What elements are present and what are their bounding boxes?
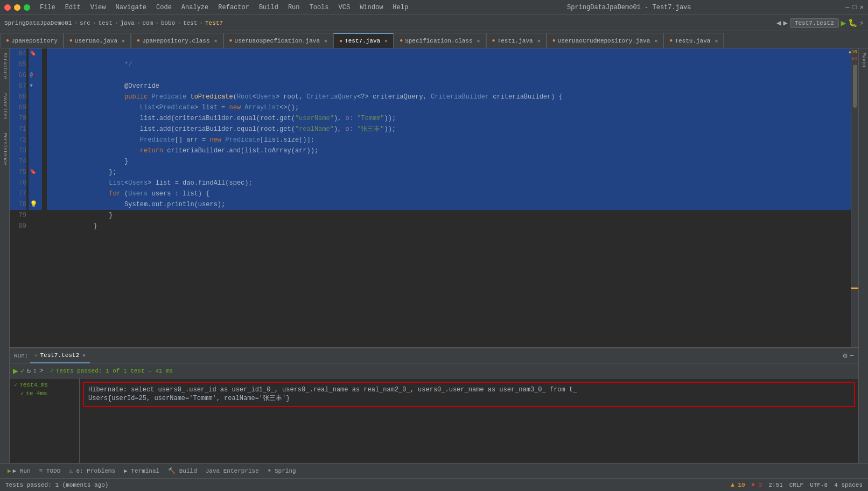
test-pass-icon-2: ✓ xyxy=(20,390,24,397)
tab-icon-jparepositoryclass: ● xyxy=(137,38,140,44)
run-tab-test7[interactable]: ✓ Test7.test2 ✕ xyxy=(30,348,90,363)
nav-src[interactable]: src xyxy=(80,20,90,26)
gutter-80 xyxy=(29,221,42,232)
line-num-71: 71 xyxy=(10,124,26,135)
window-controls[interactable] xyxy=(4,4,30,11)
test-tree-label-2: te 4ms xyxy=(26,390,47,397)
bottom-tab-run[interactable]: ▶ ▶ Run xyxy=(4,466,34,475)
tab-userdaojava[interactable]: ● UserDao.java ✕ xyxy=(64,33,131,48)
error-indicator: ✖3 xyxy=(851,56,857,62)
debug-button[interactable]: 🐛 xyxy=(848,18,857,27)
structure-icon[interactable]: Structure xyxy=(2,53,8,79)
bottom-tab-todo[interactable]: ≡ TODO xyxy=(36,467,64,475)
menu-analyze[interactable]: Analyze xyxy=(177,3,213,12)
run-sort-btn[interactable]: ↕ xyxy=(33,367,37,375)
run-play-btn[interactable]: ▶ xyxy=(13,366,18,376)
close-icon[interactable]: ✕ xyxy=(860,3,864,11)
tab-icon-test6: ● xyxy=(669,38,673,44)
run-expand-btn[interactable]: > xyxy=(39,367,44,375)
menu-run[interactable]: Run xyxy=(284,3,304,12)
bottom-tab-spring[interactable]: ☀ Spring xyxy=(264,466,299,475)
tab-specificationclass[interactable]: ● Specification.class ✕ xyxy=(394,33,486,48)
minimize-button[interactable] xyxy=(14,4,20,11)
run-config-selector[interactable]: Test7.test2 xyxy=(790,18,839,28)
tab-icon-userdaospecification: ● xyxy=(229,38,233,44)
tab-test1[interactable]: ● Test1.java ✕ xyxy=(486,33,547,48)
back-nav-icon[interactable]: ◀ xyxy=(776,18,781,27)
nav-bobo[interactable]: bobo xyxy=(161,20,175,26)
nav-com[interactable]: com xyxy=(142,20,153,26)
menu-help[interactable]: Help xyxy=(388,3,412,12)
gutter: 64 65 66 67 68 69 70 71 72 73 74 75 76 7… xyxy=(10,48,45,347)
tab-userdaospecification[interactable]: ● UserDaoSpecfication.java ✕ xyxy=(223,33,333,48)
test-tree-item-2[interactable]: ✓ te 4ms xyxy=(12,389,77,398)
test-tree-item-1[interactable]: ✓ Test4…ms xyxy=(12,381,77,389)
close-tab-userdaojava[interactable]: ✕ xyxy=(122,38,125,44)
nav-project[interactable]: SpringDataJpaDemo01 xyxy=(4,20,72,26)
close-tab-userdaocrudrepository[interactable]: ✕ xyxy=(654,38,657,44)
menu-vcs[interactable]: VCS xyxy=(334,3,355,12)
editor-scrollbar[interactable]: ▲10 ✖3 xyxy=(851,48,858,347)
close-tab-jparepositoryclass[interactable]: ✕ xyxy=(214,38,218,44)
indent[interactable]: 4 spaces xyxy=(834,482,863,488)
maven-icon[interactable]: Maven xyxy=(861,53,866,67)
run-status: ✓ Tests passed: 1 of 1 test – 41 ms xyxy=(50,367,173,374)
line-num-72: 72 xyxy=(10,135,26,145)
breakpoint-icon-66[interactable]: ● xyxy=(33,70,36,81)
menu-view[interactable]: View xyxy=(86,3,110,12)
nav-java[interactable]: java xyxy=(120,20,134,26)
maximize-button[interactable] xyxy=(24,4,30,11)
run-button[interactable]: ▶ xyxy=(841,18,846,29)
line-num-77: 77 xyxy=(10,188,26,199)
tab-test6[interactable]: ● Test6.java ✕ xyxy=(663,33,724,48)
nav-class[interactable]: Test7 xyxy=(205,20,223,26)
run-rerun-btn[interactable]: ↻ xyxy=(26,367,31,375)
code-editor[interactable]: 64 65 66 67 68 69 70 71 72 73 74 75 76 7… xyxy=(10,48,858,347)
run-with-coverage[interactable]: ⚡ xyxy=(859,19,864,27)
run-collapse-icon[interactable]: − xyxy=(850,352,854,360)
error-count[interactable]: ✖ 3 xyxy=(752,481,762,488)
warning-indicator: ▲10 xyxy=(849,50,857,55)
tab-jparepositoryclass[interactable]: ● JpaRepository.class ✕ xyxy=(131,33,223,48)
close-tab-test7[interactable]: ✕ xyxy=(384,38,388,44)
code-content[interactable]: */ @Override public Predicate toPredicat… xyxy=(45,48,851,347)
favorites-icon[interactable]: Favorites xyxy=(2,93,8,120)
run-check-btn[interactable]: ✓ xyxy=(20,367,25,375)
scroll-thumb[interactable] xyxy=(853,65,857,108)
menu-window[interactable]: Window xyxy=(355,3,387,12)
restore-icon[interactable]: □ xyxy=(853,4,857,11)
run-settings-icon[interactable]: ⚙ xyxy=(843,351,847,360)
minimize-icon[interactable]: ─ xyxy=(845,4,849,11)
bottom-tab-problems[interactable]: ⚠ 6: Problems xyxy=(66,466,118,475)
persistence-icon[interactable]: Persistence xyxy=(2,133,8,165)
run-label: Run: xyxy=(14,353,28,359)
menu-refactor[interactable]: Refactor xyxy=(214,3,254,12)
bottom-tab-javaenterprise[interactable]: Java Enterprise xyxy=(202,467,262,475)
tab-userdaocrudrepository[interactable]: ● UserDaoCrudRepository.java ✕ xyxy=(547,33,664,48)
forward-nav-icon[interactable]: ▶ xyxy=(783,18,787,27)
close-tab-userdaospecification[interactable]: ✕ xyxy=(324,38,327,44)
menu-edit[interactable]: Edit xyxy=(61,3,85,12)
close-tab-test1[interactable]: ✕ xyxy=(537,38,541,44)
run-tab-close-icon[interactable]: ✕ xyxy=(82,352,86,359)
line-numbers: 64 65 66 67 68 69 70 71 72 73 74 75 76 7… xyxy=(10,48,29,347)
menu-file[interactable]: File xyxy=(36,3,60,12)
tab-test7[interactable]: ● Test7.java ✕ xyxy=(333,33,394,48)
nav-test-pkg[interactable]: test xyxy=(183,20,197,26)
close-button[interactable] xyxy=(4,4,11,11)
menu-tools[interactable]: Tools xyxy=(305,3,333,12)
warning-count[interactable]: ▲ 10 xyxy=(731,482,745,488)
line-ending[interactable]: CRLF xyxy=(789,482,803,488)
test-tree-label-1: Test4…ms xyxy=(19,382,48,388)
menu-code[interactable]: Code xyxy=(152,3,176,12)
menu-build[interactable]: Build xyxy=(255,3,283,12)
close-tab-specificationclass[interactable]: ✕ xyxy=(477,38,480,44)
bottom-tab-build[interactable]: 🔨 Build xyxy=(165,466,200,475)
close-tab-test6[interactable]: ✕ xyxy=(715,38,718,44)
nav-test[interactable]: test xyxy=(98,20,112,26)
tab-jparepository[interactable]: ● JpaRepository xyxy=(0,33,64,48)
encoding[interactable]: UTF-8 xyxy=(810,482,828,488)
status-text: Tests passed: 1 of 1 test – 41 ms xyxy=(56,368,173,374)
bottom-tab-terminal[interactable]: ▶ Terminal xyxy=(121,466,163,475)
menu-navigate[interactable]: Navigate xyxy=(111,3,151,12)
